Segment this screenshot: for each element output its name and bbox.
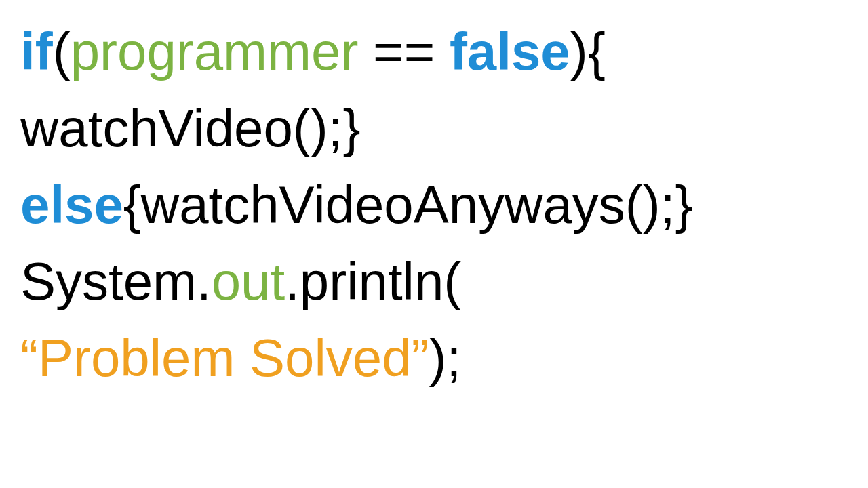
keyword-false: false bbox=[450, 22, 570, 81]
keyword-if: if bbox=[20, 22, 53, 81]
class-system: System. bbox=[20, 251, 212, 311]
else-body: {watchVideoAnyways();} bbox=[123, 175, 693, 235]
field-out: out bbox=[212, 251, 285, 311]
operator-eqeq: == bbox=[373, 22, 435, 81]
string-literal: “Problem Solved” bbox=[20, 328, 429, 388]
code-line-3: else{watchVideoAnyways();} bbox=[20, 167, 848, 243]
code-line-5: “Problem Solved”); bbox=[20, 320, 848, 396]
method-println: .println( bbox=[285, 251, 461, 311]
code-line-4: System.out.println( bbox=[20, 243, 848, 320]
call-watchVideo: watchVideo(); bbox=[20, 98, 342, 158]
rbrace: } bbox=[342, 98, 360, 158]
lbrace: { bbox=[588, 22, 606, 81]
code-snippet: if(programmer == false){ watchVideo();} … bbox=[0, 0, 868, 410]
close-paren-semi: ); bbox=[429, 328, 462, 388]
keyword-else: else bbox=[20, 175, 123, 235]
code-line-1: if(programmer == false){ bbox=[20, 14, 848, 90]
identifier-programmer: programmer bbox=[71, 22, 359, 81]
space bbox=[358, 22, 373, 81]
code-line-2: watchVideo();} bbox=[20, 90, 848, 167]
space bbox=[435, 22, 450, 81]
lparen: ( bbox=[53, 22, 71, 81]
rparen: ) bbox=[570, 22, 588, 81]
